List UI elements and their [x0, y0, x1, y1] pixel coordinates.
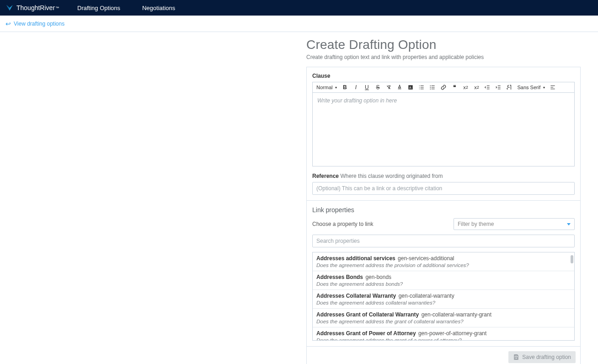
choose-property-label: Choose a property to link	[312, 221, 373, 227]
superscript-icon[interactable]: x2	[473, 84, 480, 91]
caret-icon: ▾	[543, 86, 545, 90]
back-link-label: View drafting options	[14, 21, 64, 27]
clause-card: Clause Normal ▾ B I U S A	[306, 67, 581, 201]
svg-text:A: A	[410, 86, 412, 89]
page-subtitle: Create drafting option text and link wit…	[306, 54, 581, 60]
text-color-icon[interactable]	[396, 84, 403, 91]
underline-icon[interactable]: U	[363, 84, 370, 91]
top-nav: ThoughtRiver™ Drafting Options Negotiati…	[0, 0, 598, 16]
svg-point-5	[430, 87, 431, 88]
svg-point-4	[430, 86, 431, 86]
link-properties-title: Link properties	[312, 206, 575, 214]
form-footer: Save drafting option	[306, 347, 581, 364]
bold-icon[interactable]: B	[342, 84, 348, 91]
breadcrumb-bar: ↩ View drafting options	[0, 16, 598, 32]
nav-negotiations[interactable]: Negotiations	[142, 5, 175, 11]
reference-label: Reference	[312, 173, 339, 179]
property-item[interactable]: Addresses Bonds gen-bonds Does the agree…	[313, 271, 574, 290]
property-item[interactable]: Addresses Grant of Collateral Warranty g…	[313, 309, 574, 327]
italic-icon[interactable]: I	[352, 84, 359, 91]
outdent-icon[interactable]	[484, 84, 491, 91]
filter-theme-select[interactable]: Filter by theme	[454, 218, 575, 230]
reference-label-row: Reference Where this clause wording orig…	[312, 173, 575, 179]
brand-name: ThoughtRiver	[16, 4, 55, 11]
align-icon[interactable]	[550, 84, 556, 91]
link-icon[interactable]	[440, 84, 447, 91]
svg-point-6	[430, 89, 431, 90]
brand-logo[interactable]: ThoughtRiver™	[5, 4, 59, 12]
quote-icon[interactable]: ❝	[451, 84, 458, 91]
properties-list-scroll[interactable]: Addresses additional services gen-servic…	[313, 252, 574, 340]
clear-format-icon[interactable]	[385, 84, 392, 91]
font-select-label: Sans Serif	[517, 85, 540, 90]
logo-icon	[5, 4, 14, 12]
back-link[interactable]: ↩ View drafting options	[5, 21, 64, 27]
chevron-down-icon	[567, 223, 571, 225]
caret-icon: ▾	[335, 86, 337, 90]
clause-label: Clause	[312, 73, 575, 79]
format-select-label: Normal	[316, 85, 332, 90]
bg-color-icon[interactable]: A	[407, 84, 414, 91]
property-item[interactable]: Addresses Collateral Warranty gen-collat…	[313, 290, 574, 309]
filter-theme-placeholder: Filter by theme	[458, 221, 494, 227]
ordered-list-icon[interactable]	[418, 84, 425, 91]
properties-list: Addresses additional services gen-servic…	[312, 252, 575, 341]
nav-drafting-options[interactable]: Drafting Options	[77, 5, 120, 11]
save-drafting-option-button[interactable]: Save drafting option	[508, 351, 576, 363]
reference-input[interactable]	[312, 182, 575, 195]
editor-toolbar: Normal ▾ B I U S A ❝ x2	[313, 82, 574, 93]
richtext-editor: Normal ▾ B I U S A ❝ x2	[312, 82, 575, 166]
format-select[interactable]: Normal ▾	[316, 85, 337, 90]
search-properties-input[interactable]	[312, 235, 575, 247]
save-button-label: Save drafting option	[522, 354, 571, 360]
property-item[interactable]: Addresses Grant of Power of Attorney gen…	[313, 327, 574, 340]
indent-icon[interactable]	[495, 84, 502, 91]
subscript-icon[interactable]: x2	[462, 84, 469, 91]
unordered-list-icon[interactable]	[429, 84, 436, 91]
svg-marker-1	[6, 5, 10, 11]
svg-rect-7	[515, 355, 517, 356]
editor-textarea[interactable]: Write your drafting option in here	[313, 93, 574, 166]
page-title: Create Drafting Option	[306, 37, 581, 52]
back-arrow-icon: ↩	[5, 21, 11, 27]
strike-icon[interactable]: S	[374, 84, 381, 91]
font-select[interactable]: Sans Serif ▾	[517, 85, 545, 90]
rtl-icon[interactable]	[506, 84, 513, 91]
save-icon	[513, 354, 519, 360]
scrollbar-thumb[interactable]	[571, 255, 573, 263]
property-item[interactable]: Addresses additional services gen-servic…	[313, 252, 574, 271]
link-properties-card: Link properties Choose a property to lin…	[306, 201, 581, 347]
svg-rect-8	[515, 358, 518, 359]
